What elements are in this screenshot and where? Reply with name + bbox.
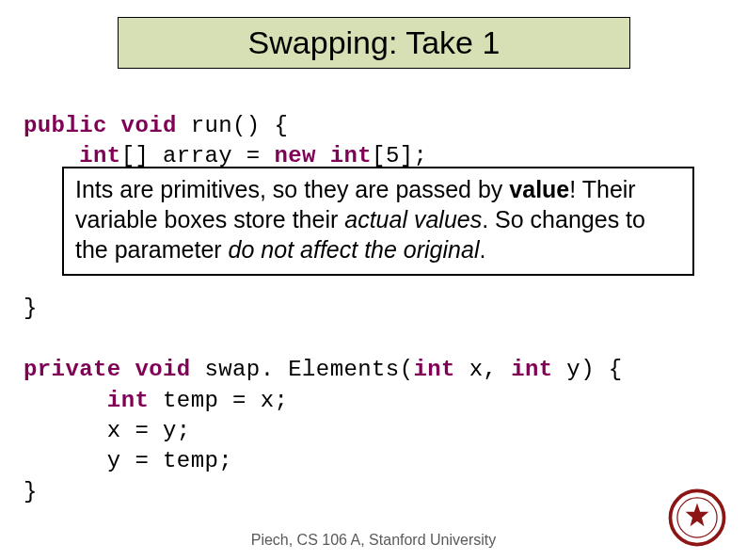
- line2-end: [5];: [372, 143, 427, 168]
- kw-int-2: int: [413, 357, 454, 382]
- method2-name: swap. Elements(: [191, 357, 414, 382]
- line-a-rest: temp = x;: [149, 388, 288, 413]
- stanford-seal-icon: [668, 488, 726, 547]
- close-brace-2: }: [24, 479, 38, 504]
- kw-int-1: int: [79, 143, 120, 168]
- line-a-pre: [24, 388, 107, 413]
- kw-int-3: int: [511, 357, 552, 382]
- kw-new-int: new int: [274, 143, 372, 168]
- method2-mid1: x,: [455, 357, 511, 382]
- method2-mid2: y) {: [553, 357, 623, 382]
- line-b: x = y;: [24, 418, 191, 443]
- slide-footer: Piech, CS 106 A, Stanford University: [0, 532, 747, 549]
- kw-private-void: private void: [24, 357, 191, 382]
- ov-text-4: .: [479, 236, 485, 263]
- ov-actual-values: actual values: [344, 206, 482, 232]
- line2-mid: [] array =: [121, 143, 275, 168]
- explanation-callout: Ints are primitives, so they are passed …: [62, 167, 694, 276]
- line2-pre: [24, 143, 79, 168]
- line-c: y = temp;: [24, 448, 232, 473]
- close-brace-1: }: [24, 296, 38, 321]
- method1-name: run() {: [177, 113, 288, 138]
- slide-title: Swapping: Take 1: [248, 24, 501, 61]
- ov-text-1: Ints are primitives, so they are passed …: [75, 176, 509, 202]
- slide-title-band: Swapping: Take 1: [118, 17, 630, 69]
- kw-int-4: int: [107, 388, 149, 413]
- ov-no-affect: do not affect the original: [229, 236, 480, 263]
- kw-public-void: public void: [24, 113, 177, 138]
- ov-value: value: [509, 176, 569, 202]
